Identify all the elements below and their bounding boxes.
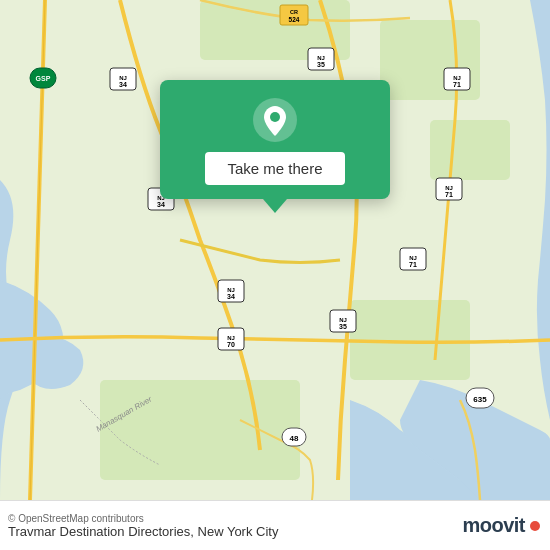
location-pin-icon bbox=[253, 98, 297, 142]
svg-text:71: 71 bbox=[445, 191, 453, 198]
svg-text:524: 524 bbox=[289, 16, 300, 23]
bottom-left-info: © OpenStreetMap contributors Travmar Des… bbox=[8, 513, 278, 539]
map-background: NJ 34 NJ 34 NJ 34 NJ 35 NJ 35 NJ 71 NJ 7… bbox=[0, 0, 550, 500]
svg-text:35: 35 bbox=[317, 61, 325, 68]
svg-rect-3 bbox=[430, 120, 510, 180]
moovit-logo: moovit bbox=[462, 514, 540, 537]
svg-rect-5 bbox=[100, 380, 300, 480]
svg-text:GSP: GSP bbox=[36, 75, 51, 82]
take-me-there-button[interactable]: Take me there bbox=[205, 152, 344, 185]
svg-text:CR: CR bbox=[290, 9, 298, 15]
svg-text:35: 35 bbox=[339, 323, 347, 330]
svg-text:71: 71 bbox=[453, 81, 461, 88]
svg-text:70: 70 bbox=[227, 341, 235, 348]
svg-text:635: 635 bbox=[473, 395, 487, 404]
svg-text:34: 34 bbox=[119, 81, 127, 88]
svg-text:34: 34 bbox=[227, 293, 235, 300]
svg-point-46 bbox=[270, 112, 280, 122]
svg-text:34: 34 bbox=[157, 201, 165, 208]
bottom-bar: © OpenStreetMap contributors Travmar Des… bbox=[0, 500, 550, 550]
popup-card: Take me there bbox=[160, 80, 390, 199]
moovit-brand-text: moovit bbox=[462, 514, 525, 537]
osm-attribution: © OpenStreetMap contributors bbox=[8, 513, 278, 524]
svg-text:48: 48 bbox=[290, 434, 299, 443]
map-container[interactable]: NJ 34 NJ 34 NJ 34 NJ 35 NJ 35 NJ 71 NJ 7… bbox=[0, 0, 550, 500]
page-title: Travmar Destination Directories, New Yor… bbox=[8, 524, 278, 539]
moovit-logo-dot bbox=[530, 521, 540, 531]
svg-text:71: 71 bbox=[409, 261, 417, 268]
